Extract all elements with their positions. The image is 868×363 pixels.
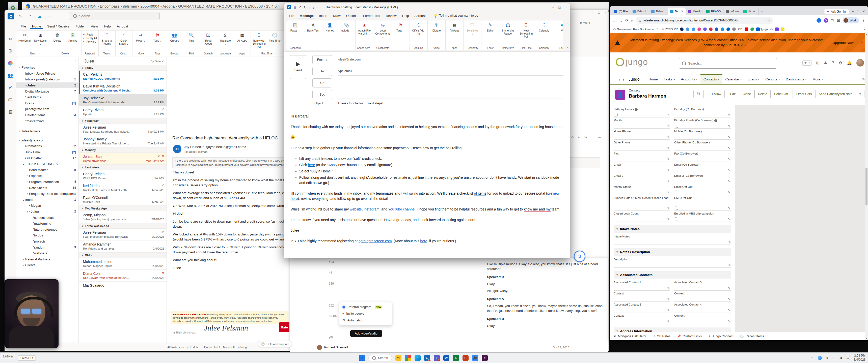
button-new-scheduling-poll[interactable]: 🗓New Scheduling Poll [519, 22, 533, 38]
edit-pencil-icon[interactable]: ✎ [668, 113, 670, 117]
email-item[interactable]: David Kim via DocusignComplete with Docu… [79, 82, 167, 94]
field-value[interactable] [614, 286, 670, 291]
button-tags[interactable]: ⚑Tags ⌄ [393, 22, 408, 32]
to-button[interactable]: To [312, 67, 332, 76]
field-value[interactable] [614, 263, 731, 268]
button-reply[interactable]: ↩Reply [83, 33, 97, 36]
group-header-monday[interactable]: ∨Monday [79, 147, 167, 153]
button-all-apps[interactable]: ▦All Apps [236, 32, 249, 42]
compose-tab-insert[interactable]: Insert [317, 13, 330, 19]
button-attach-file-via-link[interactable]: ▲Attach File via Link ⌄ [357, 22, 372, 35]
copilot-icon[interactable] [7, 61, 13, 66]
email-item[interactable]: 🖇⚑Jenson SarrHome buyer classMon 11:47 A… [79, 153, 167, 165]
email-item[interactable]: Johnny HarveyInterested in a Private Tou… [79, 135, 167, 147]
passkey-icon[interactable]: ⌗ [763, 19, 765, 23]
button-send-sms[interactable]: Send SMS [771, 90, 793, 98]
group-header-older[interactable]: ∨Older [79, 252, 167, 258]
banner-close-icon[interactable]: ✕ [860, 40, 864, 45]
back-icon[interactable]: ← [613, 19, 616, 23]
bookmark-guaranteed-rate[interactable]: 🗀 Guaranteed Rate Bookmarks [613, 28, 654, 31]
browser-tab-inform[interactable]: Inform [723, 7, 741, 15]
bookmark-favicon[interactable] [726, 28, 730, 31]
folder-promotions[interactable]: Promotions2 [17, 143, 79, 149]
compose-tab-file[interactable]: File [287, 13, 297, 19]
send-button[interactable]: Send [290, 55, 306, 79]
button-delete[interactable]: 🗑Delete [51, 32, 64, 42]
powerpoint-icon[interactable]: P [463, 355, 469, 361]
folder-bond-market[interactable]: •Bond Market8 [17, 167, 79, 173]
bookmark-favicon[interactable] [698, 28, 701, 31]
email-item[interactable]: Joy HeineckeRe: Consolidate high-interes… [79, 94, 167, 106]
bookmark-favicon[interactable] [715, 28, 718, 31]
button-translate[interactable]: 文Translate ⌄ [218, 32, 232, 45]
favorites-icon[interactable]: ★ ▾ [802, 60, 811, 66]
folder-gr-chatter[interactable]: GR Chatter17 [17, 155, 79, 161]
email-item[interactable]: Cheryl TeigenWIFS PDX Re-introFri 2/27 [79, 170, 167, 182]
outlook-icon[interactable]: O [424, 355, 430, 361]
group-header-three-weeks-ago[interactable]: ∨Three Weeks Ago [79, 223, 167, 229]
site-settings-icon[interactable]: ⊙ [639, 19, 642, 23]
field-value[interactable] [674, 146, 731, 151]
folder--to-dos[interactable]: *to dos [17, 232, 79, 238]
button-new-items[interactable]: ⊞New Items ⌄ [34, 32, 47, 45]
tray-chevron-icon[interactable]: ⌃ [811, 356, 814, 360]
email-item[interactable]: Zemp, MignonJulee (looping back) , per o… [79, 211, 167, 223]
browser-tab-brian-l[interactable]: Brian L [630, 7, 649, 15]
button-loop-components[interactable]: ◎Loop Components ⌄ [375, 22, 390, 38]
field-value[interactable] [614, 179, 670, 184]
tab-file[interactable]: File [19, 24, 28, 29]
field-value[interactable] [674, 319, 731, 324]
utility-jungo-connect[interactable]: ⚡Jungo Connect [708, 334, 734, 338]
start-button[interactable] [359, 355, 365, 361]
folder-sent-items[interactable]: Sent Items [17, 94, 79, 100]
folder-clients[interactable]: ›Clients [17, 262, 79, 268]
bookmark-star-icon[interactable]: ☆ [767, 19, 770, 23]
group-header-last-week[interactable]: ∨Last Week [79, 165, 167, 170]
body-link[interactable]: Instagram [364, 207, 379, 211]
bookmark-hi[interactable] [775, 28, 779, 31]
undo-icon[interactable]: ↺ [27, 13, 33, 20]
email-item[interactable]: Mohammed amineRecap: Magnet Engine1/30/2… [79, 258, 167, 270]
button-find-time[interactable]: 🕐Find Time [268, 32, 282, 42]
folder--webinars[interactable]: *webinars [17, 250, 79, 256]
microphone-icon[interactable]: 🎙 [826, 356, 829, 360]
email-item[interactable]: Carl PerkinsSigned HELOC documents3:02 P… [79, 71, 167, 82]
move-down-icon[interactable]: ↓ [313, 5, 315, 9]
folder--team-resources[interactable]: ∨~TEAM RESOURCES [17, 161, 79, 167]
body-link[interactable]: here [420, 239, 427, 243]
field-value[interactable] [674, 286, 731, 291]
body-link[interactable]: here [308, 163, 315, 167]
volume-icon[interactable]: 🕪 [840, 356, 842, 360]
field-value[interactable] [674, 113, 731, 118]
button-paste[interactable]: 📋Paste ⌄ [288, 22, 303, 32]
follow-button[interactable]: + Follow [706, 90, 725, 98]
home-icon[interactable]: ⌂ [631, 19, 633, 23]
compose-tab-review[interactable]: Review [383, 13, 399, 19]
bookmark-favicon[interactable] [686, 28, 689, 31]
button-editor[interactable]: ✎Editor [483, 22, 498, 32]
to-input[interactable]: type email [338, 67, 563, 76]
button-calendly[interactable]: CCalendly [537, 22, 551, 32]
edit-pencil-icon[interactable]: ✎ [668, 308, 670, 312]
folder-julee-private[interactable]: ›Julee Private [17, 128, 79, 134]
message-actions[interactable]: ☺↩↪→⋯ [570, 135, 601, 139]
field-value[interactable] [614, 240, 731, 245]
browser-tab-frabd[interactable]: FRABD [704, 7, 723, 15]
edge-icon[interactable]: e [414, 355, 421, 361]
field-value[interactable] [674, 217, 731, 222]
collapse-pane-icon[interactable]: « [75, 59, 76, 62]
folder-inbox[interactable]: ∨Inbox1 [17, 197, 79, 203]
button-order-gifts[interactable]: Order Gifts [793, 90, 815, 98]
bookmark-google[interactable] [750, 28, 754, 31]
folder-juleef-rate-com[interactable]: juleef@rate.com [17, 106, 79, 112]
folder-juleef-rate-com[interactable]: ∨juleef@rate.com [17, 137, 79, 143]
nav-tab-loans[interactable]: Loans▾ [745, 74, 762, 84]
zoom-icon[interactable]: 🎥 [472, 355, 478, 361]
cloud-icon[interactable]: ☁ [36, 13, 43, 20]
compose-tab-draw[interactable]: Draw [331, 13, 343, 19]
bookmark-favicon[interactable] [732, 28, 736, 31]
edit-pencil-icon[interactable]: ✎ [668, 169, 670, 172]
button-move[interactable]: ➜Move ⌄ [134, 32, 148, 42]
bookmarks-folder-icon[interactable]: 🗀 [770, 28, 773, 31]
edit-pencil-icon[interactable]: ✎ [668, 320, 670, 323]
